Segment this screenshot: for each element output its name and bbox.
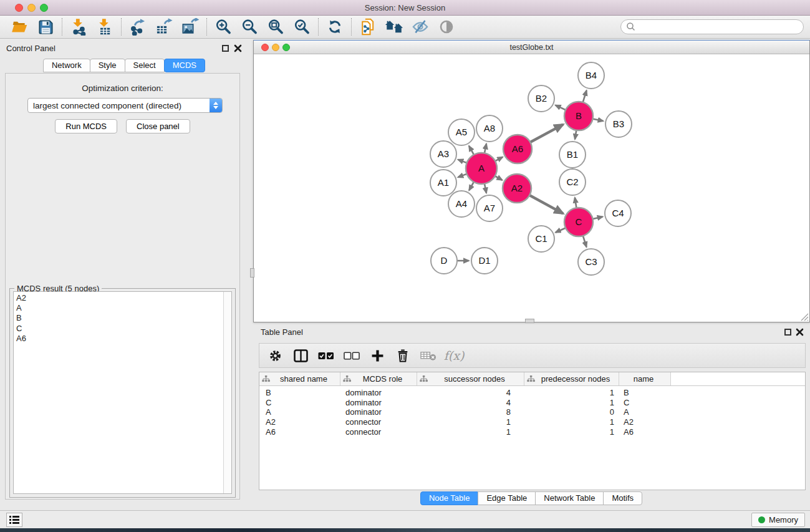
divider-grip[interactable] <box>250 268 254 278</box>
graph-node-A[interactable]: A <box>466 153 497 184</box>
mcds-result-item[interactable]: B <box>16 313 231 323</box>
home-icon[interactable] <box>381 17 407 37</box>
zoom-in-icon[interactable] <box>210 17 236 37</box>
show-column-panel-icon[interactable] <box>292 347 309 364</box>
tab-style[interactable]: Style <box>90 59 125 72</box>
column-header-mcds-role[interactable]: MCDS role <box>340 372 417 385</box>
close-panel-icon[interactable] <box>796 328 804 336</box>
delete-column-trash-icon[interactable] <box>395 347 411 364</box>
graph-node-B[interactable]: B <box>564 102 593 130</box>
list-scrollbar[interactable] <box>223 292 231 493</box>
close-panel-icon[interactable] <box>234 44 242 52</box>
table-row[interactable]: Cdominator41C <box>259 398 805 408</box>
export-table-icon[interactable] <box>151 17 177 37</box>
control-panel: Control Panel NetworkStyleSelectMCDS Opt… <box>0 39 249 510</box>
tab-network[interactable]: Network <box>43 59 90 72</box>
refresh-icon[interactable] <box>322 17 348 37</box>
import-network-icon[interactable] <box>65 17 92 37</box>
graph-node-A7[interactable]: A7 <box>476 195 503 221</box>
graph-node-C1[interactable]: C1 <box>528 226 554 252</box>
divider-grip[interactable] <box>525 319 534 323</box>
table-row[interactable]: Bdominator41B <box>259 388 805 398</box>
network-canvas[interactable]: B4B2BB3A8A5A6A3B1AC2A1A2A4A7C4CC1C3DD1 <box>254 55 809 322</box>
search-field[interactable] <box>620 19 804 34</box>
run-mcds-button[interactable]: Run MCDS <box>55 119 117 133</box>
delete-table-icon[interactable] <box>420 347 436 364</box>
select-stepper-icon <box>210 99 222 112</box>
float-panel-icon[interactable] <box>222 45 229 52</box>
tab-mcds[interactable]: MCDS <box>164 59 205 72</box>
table-cell: 1 <box>524 388 619 398</box>
network-file-share-icon[interactable] <box>355 17 381 37</box>
mcds-result-item[interactable]: A <box>16 303 231 313</box>
export-network-icon[interactable] <box>125 17 151 37</box>
column-header-name[interactable]: name <box>619 372 671 385</box>
graph-node-C4[interactable]: C4 <box>605 200 631 226</box>
column-header-successor-nodes[interactable]: successor nodes <box>417 372 524 385</box>
graph-node-C2[interactable]: C2 <box>559 169 586 195</box>
network-window-titlebar[interactable]: testGlobe.txt <box>254 41 809 54</box>
close-panel-button[interactable]: Close panel <box>126 119 190 133</box>
table-row[interactable]: A2connector11A2 <box>259 417 805 427</box>
search-icon <box>626 22 636 32</box>
memory-button[interactable]: Memory <box>751 513 805 527</box>
float-panel-icon[interactable] <box>784 329 791 336</box>
tab-node-table[interactable]: Node Table <box>420 491 479 505</box>
zoom-selected-icon[interactable] <box>289 17 315 37</box>
table-cell: 4 <box>417 388 524 398</box>
table-cell: 0 <box>524 407 619 417</box>
table-settings-gear-icon[interactable] <box>267 347 283 364</box>
graph-node-C3[interactable]: C3 <box>578 249 604 275</box>
graph-node-A5[interactable]: A5 <box>448 119 475 145</box>
criterion-select[interactable]: largest connected component (directed) <box>27 98 223 113</box>
column-header-label: MCDS role <box>351 374 417 384</box>
create-column-plus-icon[interactable] <box>369 347 385 364</box>
graph-node-B1[interactable]: B1 <box>559 142 586 168</box>
mcds-result-item[interactable]: C <box>16 324 231 334</box>
graph-node-D1[interactable]: D1 <box>471 248 498 274</box>
graph-node-B4[interactable]: B4 <box>578 62 604 89</box>
graph-node-label: A6 <box>512 143 523 154</box>
show-eye-icon[interactable] <box>433 17 460 37</box>
graph-node-A2[interactable]: A2 <box>503 174 531 203</box>
zoom-fit-icon[interactable] <box>263 17 289 37</box>
task-history-list-icon[interactable] <box>6 513 22 527</box>
window-resize-grip[interactable] <box>801 313 809 321</box>
export-image-icon[interactable] <box>177 17 203 37</box>
graph-node-label: D <box>441 255 448 266</box>
graph-node-A4[interactable]: A4 <box>448 191 475 217</box>
graph-node-B3[interactable]: B3 <box>605 111 632 137</box>
graph-node-A8[interactable]: A8 <box>476 115 503 142</box>
graph-node-A6[interactable]: A6 <box>503 135 532 163</box>
tab-edge-table[interactable]: Edge Table <box>478 491 536 505</box>
zoom-out-icon[interactable] <box>236 17 263 37</box>
graph-node-C[interactable]: C <box>564 208 593 236</box>
graph-node-B2[interactable]: B2 <box>528 85 554 112</box>
column-header-shared-name[interactable]: shared name <box>259 372 340 385</box>
search-input[interactable] <box>636 21 803 33</box>
open-session-icon[interactable] <box>6 17 32 37</box>
table-cell: B <box>619 388 671 398</box>
toolbar-separator <box>121 18 122 36</box>
select-all-columns-icon[interactable] <box>318 347 334 364</box>
save-session-icon[interactable] <box>32 17 59 37</box>
tab-network-table[interactable]: Network Table <box>535 491 604 505</box>
unselect-all-columns-icon[interactable] <box>344 347 360 364</box>
mcds-result-item[interactable]: A6 <box>16 334 231 344</box>
memory-status-icon <box>758 516 765 523</box>
mcds-result-item[interactable]: A2 <box>16 293 231 303</box>
table-row[interactable]: Adominator80A <box>259 407 805 417</box>
tab-motifs[interactable]: Motifs <box>603 491 642 505</box>
graph-node-label: D1 <box>478 255 490 266</box>
table-row[interactable]: A6connector11A6 <box>259 427 805 437</box>
graph-node-label: C4 <box>612 208 624 218</box>
column-header-predecessor-nodes[interactable]: predecessor nodes <box>524 372 619 385</box>
table-cell: 1 <box>524 398 619 408</box>
import-table-icon[interactable] <box>92 17 118 37</box>
graph-node-D[interactable]: D <box>431 248 457 274</box>
graph-node-A1[interactable]: A1 <box>430 170 456 196</box>
hide-eye-icon[interactable] <box>407 17 433 37</box>
graph-node-A3[interactable]: A3 <box>430 141 456 167</box>
tab-select[interactable]: Select <box>125 59 165 72</box>
function-builder-icon[interactable]: f(x) <box>446 347 462 364</box>
